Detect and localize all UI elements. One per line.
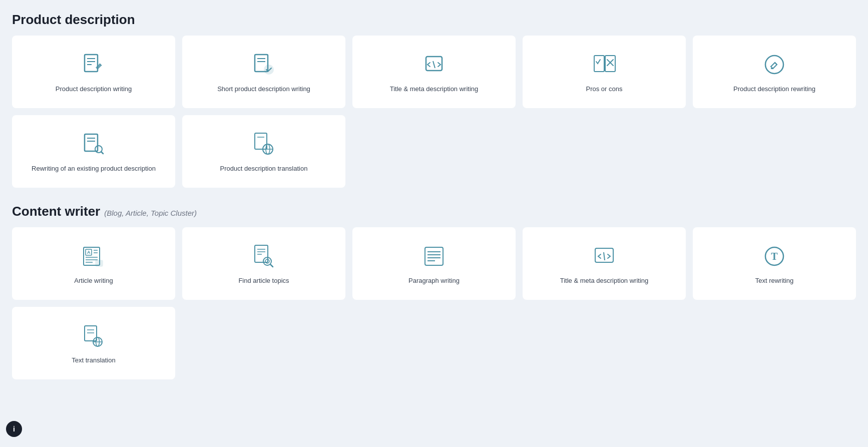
card-article-writing[interactable]: Article writing: [12, 227, 175, 300]
doc-globe-2-icon: [81, 323, 107, 349]
card-label: Short product description writing: [217, 85, 310, 94]
card-label: Title & meta description writing: [390, 85, 479, 94]
card-label: Text rewriting: [755, 276, 794, 285]
article-icon: [81, 243, 107, 269]
content-writer-title: Content writer (Blog, Article, Topic Clu…: [12, 204, 856, 219]
card-text-rewriting[interactable]: Text rewriting: [693, 227, 856, 300]
card-label: Text translation: [72, 356, 115, 365]
card-product-description-translation[interactable]: Product description translation: [182, 115, 345, 188]
card-pros-or-cons[interactable]: Pros or cons: [523, 36, 686, 108]
info-button[interactable]: i: [6, 421, 22, 437]
card-label: Paragraph writing: [408, 276, 460, 285]
card-title-meta-description-writing-1[interactable]: Title & meta description writing: [352, 36, 516, 108]
card-paragraph-writing[interactable]: Paragraph writing: [352, 227, 516, 300]
section-subtitle-text: (Blog, Article, Topic Cluster): [104, 209, 197, 217]
empty-card: [182, 307, 345, 379]
empty-card: [523, 115, 686, 188]
empty-card: [352, 115, 516, 188]
card-label: Product description writing: [56, 85, 132, 94]
section-title-text: Content writer: [12, 204, 100, 219]
card-find-article-topics[interactable]: Find article topics: [182, 227, 345, 300]
info-button-label: i: [13, 425, 15, 433]
code-tag-icon: [421, 52, 447, 78]
card-label: Product description rewriting: [733, 85, 815, 94]
card-label: Article writing: [74, 276, 113, 285]
doc-pencil-icon: [81, 52, 107, 78]
doc-globe-icon: [251, 131, 277, 157]
product-description-title: Product description: [12, 12, 856, 28]
empty-card: [352, 307, 516, 379]
content-writer-section: Content writer (Blog, Article, Topic Clu…: [12, 204, 856, 379]
code-tag-2-icon: [591, 243, 617, 269]
card-label: Product description translation: [220, 164, 308, 173]
empty-card: [693, 115, 856, 188]
card-title-meta-description-writing-2[interactable]: Title & meta description writing: [523, 227, 686, 300]
card-label: Rewriting of an existing product descrip…: [32, 164, 156, 173]
doc-magnify-icon: [81, 131, 107, 157]
circle-t-icon: [761, 243, 787, 269]
card-text-translation[interactable]: Text translation: [12, 307, 175, 379]
card-short-product-description-writing[interactable]: Short product description writing: [182, 36, 345, 108]
paragraph-lines-icon: [421, 243, 447, 269]
product-description-row-1: Product description writing Short produc…: [12, 36, 856, 108]
card-label: Find article topics: [238, 276, 289, 285]
circle-pencil-icon: [761, 52, 787, 78]
card-label: Title & meta description writing: [560, 276, 649, 285]
product-description-section: Product description Product description …: [12, 12, 856, 188]
section-title-text: Product description: [12, 12, 135, 28]
card-product-description-rewriting[interactable]: Product description rewriting: [693, 36, 856, 108]
content-writer-row-1: Article writing Find article topics Para…: [12, 227, 856, 300]
content-writer-row-2: Text translation: [12, 307, 856, 379]
empty-card: [693, 307, 856, 379]
card-rewriting-existing-product[interactable]: Rewriting of an existing product descrip…: [12, 115, 175, 188]
doc-check-icon: [251, 52, 277, 78]
search-doc-icon: [251, 243, 277, 269]
check-x-icon: [591, 52, 617, 78]
card-label: Pros or cons: [586, 85, 623, 94]
empty-card: [523, 307, 686, 379]
product-description-row-2: Rewriting of an existing product descrip…: [12, 115, 856, 188]
card-product-description-writing[interactable]: Product description writing: [12, 36, 175, 108]
